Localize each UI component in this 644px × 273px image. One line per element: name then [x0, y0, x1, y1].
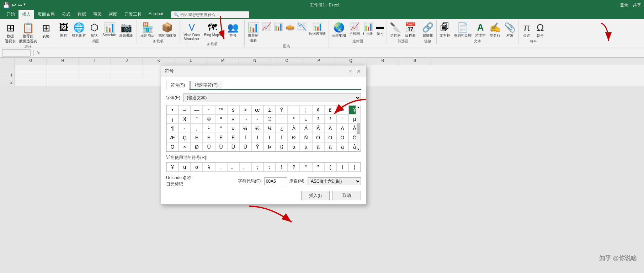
recent-cell[interactable]: , [215, 162, 227, 172]
symbol-cell[interactable]: ® [264, 114, 276, 124]
symbol-cell[interactable]: ¤ [336, 105, 348, 114]
symbol-cell[interactable]: ¢ [312, 105, 324, 114]
symbol-cell[interactable]: Ë [227, 133, 239, 142]
recent-cell[interactable]: ” [312, 162, 324, 172]
symbol-cell[interactable]: ª [215, 114, 227, 124]
symbol-cell[interactable]: ™ [215, 105, 227, 114]
symbol-cell[interactable]: Ó [324, 133, 336, 142]
char-code-input[interactable] [264, 177, 287, 185]
symbol-cell[interactable]: š [227, 105, 239, 114]
symbol-cell[interactable]: Ü [239, 142, 251, 151]
cancel-btn[interactable]: 取消 [332, 191, 361, 200]
symbol-cell[interactable]: Ì [239, 133, 251, 142]
symbol-cell[interactable]: ² [312, 114, 324, 124]
recent-cell[interactable]: σ [191, 162, 203, 172]
symbol-cell[interactable]: Ý [251, 142, 264, 151]
symbol-cell[interactable]: Æ [166, 133, 179, 142]
symbol-cell[interactable]: Á [300, 124, 312, 133]
symbol-cell[interactable]: ¶ [166, 124, 179, 133]
symbol-cell[interactable]: ¨ [191, 114, 203, 124]
symbol-cell[interactable]: » [227, 124, 239, 133]
symbol-cell[interactable]: É [203, 133, 215, 142]
symbol-cell[interactable]: Ù [203, 142, 215, 151]
recent-cell[interactable]: : [264, 162, 276, 172]
symbol-cell[interactable]: ¸ [191, 124, 203, 133]
symbol-cell[interactable]: Ï [276, 133, 288, 142]
symbol-cell[interactable]: Ä [336, 124, 348, 133]
symbol-cell[interactable]: ³ [324, 114, 336, 124]
symbol-cell[interactable]: Ñ [300, 133, 312, 142]
symbol-cell[interactable]: ´ [336, 114, 348, 124]
symbol-cell[interactable]: £ [324, 105, 336, 114]
recent-cell[interactable]: ！ [276, 162, 288, 172]
recent-cell[interactable]: ( [324, 162, 336, 172]
symbol-cell[interactable]: Ô [336, 133, 348, 142]
symbol-cell[interactable]: ž [264, 105, 276, 114]
recent-cell[interactable]: “ [300, 162, 312, 172]
symbol-cell[interactable] [288, 105, 300, 114]
symbol-cell[interactable]: Í [251, 133, 264, 142]
symbol-cell[interactable]: ¼ [239, 124, 251, 133]
symbol-cell[interactable]: Â [312, 124, 324, 133]
symbol-cell[interactable]: à [288, 142, 300, 151]
symbol-cell[interactable]: Ç [179, 133, 191, 142]
symbol-cell[interactable]: Ø [191, 142, 203, 151]
symbol-cell[interactable]: ä [336, 142, 348, 151]
symbol-cell[interactable]: ¹ [203, 124, 215, 133]
tab-special-char[interactable]: 特殊字符(P) [190, 81, 222, 89]
symbol-cell[interactable]: ¯ [276, 114, 288, 124]
symbol-cell[interactable]: · [179, 124, 191, 133]
symbol-cell[interactable]: ã [324, 142, 336, 151]
symbol-cell[interactable]: — [191, 105, 203, 114]
symbol-cell[interactable]: ¬ [239, 114, 251, 124]
symbol-cell[interactable]: á [300, 142, 312, 151]
symbol-cell[interactable]: > [239, 105, 251, 114]
symbol-cell[interactable]: Ÿ [276, 105, 288, 114]
recent-cell[interactable]: 、 [239, 162, 251, 172]
symbol-cell[interactable]: ß [276, 142, 288, 151]
symbol-cell[interactable]: Ã [324, 124, 336, 133]
symbol-cell[interactable]: Ú [215, 142, 227, 151]
symbol-cell[interactable]: § [179, 114, 191, 124]
dialog-close-btn[interactable]: ✕ [355, 67, 362, 75]
recent-cell[interactable]: ; [251, 162, 264, 172]
symbol-cell[interactable]: È [191, 133, 203, 142]
symbol-cell[interactable]: • [166, 105, 179, 114]
symbol-cell[interactable]: Þ [264, 142, 276, 151]
symbol-cell[interactable]: ¦ [300, 105, 312, 114]
recent-cell[interactable]: ¥ [166, 162, 179, 172]
recent-cell[interactable]: λ [203, 162, 215, 172]
symbol-cell[interactable]: ¿ [276, 124, 288, 133]
dialog-help-btn[interactable]: ? [346, 67, 354, 75]
scrollbar[interactable]: ▲ ▼ [356, 105, 361, 151]
symbol-cell[interactable]: ¾ [264, 124, 276, 133]
symbol-cell[interactable]: Ò [312, 133, 324, 142]
symbol-cell[interactable]: ½ [251, 124, 264, 133]
insert-btn[interactable]: 插入(I) [301, 191, 330, 200]
symbol-cell[interactable]: Û [227, 142, 239, 151]
from-select[interactable]: ASCII(十六进制) Unicode(十六进制) 十进制 [308, 177, 361, 185]
symbol-cell[interactable]: Î [264, 133, 276, 142]
recent-cell[interactable]: ) [348, 162, 361, 172]
recent-cell[interactable]: ? [288, 162, 300, 172]
symbol-cell[interactable]: « [227, 114, 239, 124]
symbol-cell[interactable]: © [203, 114, 215, 124]
symbol-cell[interactable]: ° [288, 114, 300, 124]
symbol-cell[interactable]: ± [300, 114, 312, 124]
symbol-cell[interactable]: À [288, 124, 300, 133]
symbol-cell[interactable]: × [179, 142, 191, 151]
symbol-cell[interactable]: Ö [166, 142, 179, 151]
symbol-cell[interactable]: – [179, 105, 191, 114]
symbol-cell[interactable]: ¡ [166, 114, 179, 124]
recent-cell[interactable]: u [179, 162, 191, 172]
symbol-cell[interactable]: ~ [203, 105, 215, 114]
recent-cell[interactable]: 。 [227, 162, 239, 172]
symbol-cell[interactable]: Ð [288, 133, 300, 142]
symbol-cell[interactable]: â [312, 142, 324, 151]
symbol-cell[interactable]: œ [251, 105, 264, 114]
tab-symbol[interactable]: 符号(S) [166, 81, 190, 90]
symbol-cell[interactable]: - [251, 114, 264, 124]
symbol-cell[interactable]: º [215, 124, 227, 133]
recent-cell[interactable]: I [336, 162, 348, 172]
symbol-cell[interactable]: Ê [215, 133, 227, 142]
